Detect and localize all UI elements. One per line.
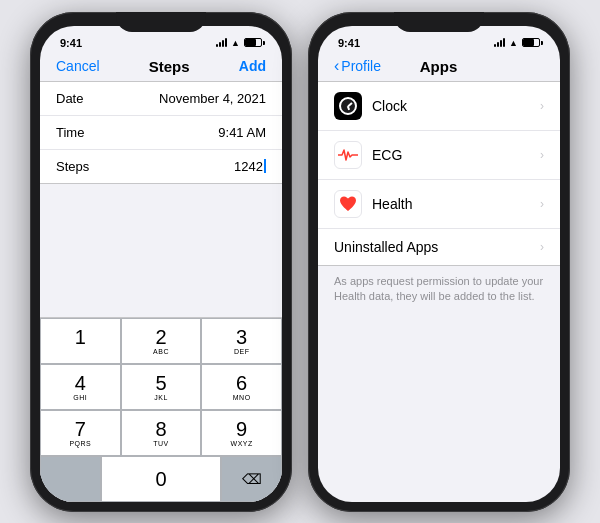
chevron-right-icon-clock: › xyxy=(540,99,544,113)
text-cursor xyxy=(264,159,266,173)
phone-screen-right: 9:41 ▲ ‹ Profile Apps xyxy=(318,26,560,502)
key-9[interactable]: 9 WXYZ xyxy=(201,410,282,456)
key-3[interactable]: 3 DEF xyxy=(201,318,282,364)
key-6[interactable]: 6 MNO xyxy=(201,364,282,410)
ecg-waveform-icon xyxy=(338,147,358,163)
steps-value: 1242 xyxy=(234,159,263,174)
status-icons-right: ▲ xyxy=(494,38,540,48)
chevron-right-icon-ecg: › xyxy=(540,148,544,162)
status-time-left: 9:41 xyxy=(60,37,82,49)
health-heart-icon xyxy=(338,195,358,213)
wifi-icon: ▲ xyxy=(231,38,240,48)
form-spacer xyxy=(40,184,282,317)
notch-right xyxy=(394,12,484,32)
nav-title-left: Steps xyxy=(149,58,190,75)
signal-icon-right xyxy=(494,38,505,47)
keypad-row-4: 0 ⌫ xyxy=(40,456,282,502)
key-5[interactable]: 5 JKL xyxy=(121,364,202,410)
phone-screen-left: 9:41 ▲ Cancel Steps Add Date November 4,… xyxy=(40,26,282,502)
back-label: Profile xyxy=(341,58,381,74)
nav-bar-right: ‹ Profile Apps xyxy=(318,54,560,81)
date-value: November 4, 2021 xyxy=(159,91,266,106)
clock-label: Clock xyxy=(372,98,530,114)
time-label: Time xyxy=(56,125,84,140)
form-row-steps[interactable]: Steps 1242 xyxy=(40,150,282,183)
status-icons-left: ▲ xyxy=(216,38,262,48)
keypad-row-2: 4 GHI 5 JKL 6 MNO xyxy=(40,364,282,410)
uninstalled-label: Uninstalled Apps xyxy=(334,239,530,255)
footer-text: As apps request permission to update you… xyxy=(334,275,543,302)
right-spacer xyxy=(318,312,560,501)
clock-app-icon xyxy=(334,92,362,120)
nav-bar-left: Cancel Steps Add xyxy=(40,54,282,81)
list-item-ecg[interactable]: ECG › xyxy=(318,131,560,180)
battery-fill-right xyxy=(523,39,534,46)
chevron-left-icon: ‹ xyxy=(334,58,339,74)
chevron-right-icon-uninstalled: › xyxy=(540,240,544,254)
list-item-clock[interactable]: Clock › xyxy=(318,82,560,131)
ecg-label: ECG xyxy=(372,147,530,163)
steps-input[interactable]: 1242 xyxy=(234,159,266,174)
key-empty xyxy=(40,456,101,502)
footer-note: As apps request permission to update you… xyxy=(318,266,560,313)
health-app-icon xyxy=(334,190,362,218)
right-phone: 9:41 ▲ ‹ Profile Apps xyxy=(308,12,570,512)
key-1[interactable]: 1 xyxy=(40,318,121,364)
keypad-row-3: 7 PQRS 8 TUV 9 WXYZ xyxy=(40,410,282,456)
list-item-health[interactable]: Health › xyxy=(318,180,560,229)
key-8[interactable]: 8 TUV xyxy=(121,410,202,456)
form-row-date: Date November 4, 2021 xyxy=(40,82,282,116)
apps-list: Clock › ECG › Heal xyxy=(318,81,560,266)
date-label: Date xyxy=(56,91,83,106)
time-value: 9:41 AM xyxy=(218,125,266,140)
notch xyxy=(116,12,206,32)
key-0[interactable]: 0 xyxy=(101,456,221,502)
keypad-row-1: 1 2 ABC 3 DEF xyxy=(40,318,282,364)
status-time-right: 9:41 xyxy=(338,37,360,49)
backspace-button[interactable]: ⌫ xyxy=(221,456,282,502)
nav-title-right: Apps xyxy=(420,58,458,75)
battery-fill xyxy=(245,39,256,46)
form-row-time: Time 9:41 AM xyxy=(40,116,282,150)
left-phone: 9:41 ▲ Cancel Steps Add Date November 4,… xyxy=(30,12,292,512)
numeric-keypad: 1 2 ABC 3 DEF 4 GHI 5 xyxy=(40,317,282,502)
steps-label: Steps xyxy=(56,159,89,174)
key-2[interactable]: 2 ABC xyxy=(121,318,202,364)
ecg-app-icon xyxy=(334,141,362,169)
signal-icon xyxy=(216,38,227,47)
health-label: Health xyxy=(372,196,530,212)
form-section: Date November 4, 2021 Time 9:41 AM Steps… xyxy=(40,81,282,184)
battery-icon xyxy=(244,38,262,47)
add-button[interactable]: Add xyxy=(239,58,266,74)
key-4[interactable]: 4 GHI xyxy=(40,364,121,410)
key-7[interactable]: 7 PQRS xyxy=(40,410,121,456)
clock-face-icon xyxy=(339,97,357,115)
chevron-right-icon-health: › xyxy=(540,197,544,211)
back-button[interactable]: ‹ Profile xyxy=(334,58,381,74)
battery-icon-right xyxy=(522,38,540,47)
list-item-uninstalled[interactable]: Uninstalled Apps › xyxy=(318,229,560,265)
backspace-icon: ⌫ xyxy=(242,471,262,487)
wifi-icon-right: ▲ xyxy=(509,38,518,48)
cancel-button[interactable]: Cancel xyxy=(56,58,100,74)
